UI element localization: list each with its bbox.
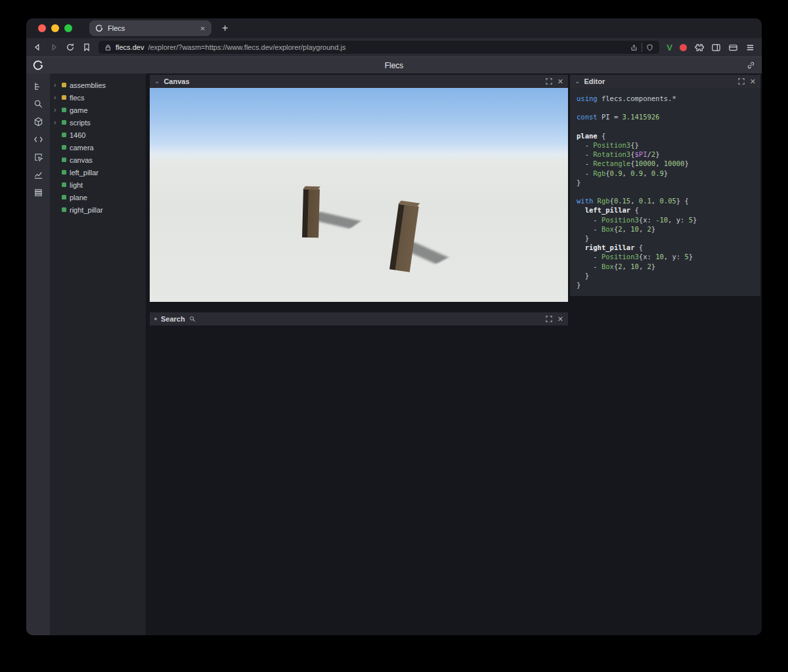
expand-arrow-icon[interactable]: ›	[54, 94, 58, 101]
tree-item-label: camera	[70, 144, 94, 152]
chart-icon[interactable]	[31, 169, 45, 180]
entity-dot-icon	[62, 145, 66, 150]
close-window-button[interactable]	[38, 24, 46, 32]
tree-item-camera[interactable]: camera	[50, 141, 146, 154]
close-panel-icon[interactable]: ✕	[558, 77, 563, 86]
tree-item-label: left_pillar	[70, 169, 98, 177]
tree-item-scripts[interactable]: ›scripts	[50, 116, 146, 129]
code-line: - Rectangle{10000, 10000}	[577, 159, 754, 168]
main-area: ⌄ Canvas ✕	[146, 74, 762, 635]
entity-dot-icon	[62, 95, 66, 100]
url-path: /explorer/?wasm=https://www.flecs.dev/ex…	[148, 43, 345, 51]
code-line: with Rgb{0.15, 0.1, 0.05} {	[577, 196, 754, 205]
app-title: Flecs	[26, 61, 762, 70]
app-body: ›assemblies›flecs›game›scripts1460camera…	[26, 74, 762, 635]
tab-title: Flecs	[108, 24, 196, 32]
entity-dot-icon	[62, 158, 66, 162]
red-extension-icon[interactable]	[680, 44, 687, 51]
canvas-3d-viewport[interactable]	[150, 88, 568, 302]
tree-item-left_pillar[interactable]: left_pillar	[50, 166, 146, 178]
code-line	[577, 103, 754, 112]
minimize-window-button[interactable]	[51, 24, 59, 32]
search-icon[interactable]	[31, 98, 45, 110]
tab-close-icon[interactable]: ✕	[200, 25, 206, 32]
expand-arrow-icon[interactable]: ›	[54, 81, 58, 89]
entity-dot-icon	[62, 83, 66, 87]
brave-shield-icon[interactable]	[646, 44, 653, 51]
rows-icon[interactable]	[31, 186, 45, 198]
collapsed-dot-icon[interactable]	[154, 318, 157, 320]
code-line: left_pillar {	[577, 205, 754, 215]
expand-panel-icon[interactable]	[544, 77, 554, 86]
tree-item-label: 1460	[70, 131, 85, 139]
bookmark-icon[interactable]	[82, 43, 91, 52]
code-line: const PI = 3.1415926	[577, 112, 754, 121]
tree-item-label: right_pillar	[70, 206, 103, 214]
tab-bar: Flecs ✕ +	[26, 18, 762, 38]
code-line: - Position3{x: 10, y: 5}	[577, 252, 754, 261]
cube-icon[interactable]	[31, 116, 45, 127]
sidebar-panel-icon[interactable]	[711, 43, 721, 52]
extensions-puzzle-icon[interactable]	[694, 43, 704, 52]
app-header: Flecs	[26, 56, 762, 74]
chevron-down-icon[interactable]: ⌄	[154, 78, 160, 85]
traffic-lights	[38, 24, 72, 32]
tree-item-label: flecs	[70, 94, 85, 102]
tree-item-plane[interactable]: plane	[50, 191, 146, 203]
editor-panel: ⌄ Editor ✕ using flecs.components.* cons…	[570, 75, 760, 296]
menu-hamburger-icon[interactable]	[745, 43, 755, 52]
expand-arrow-icon[interactable]: ›	[54, 119, 58, 126]
tree-item-assemblies[interactable]: ›assemblies	[50, 79, 146, 91]
tree-item-flecs[interactable]: ›flecs	[50, 91, 146, 104]
forward-button[interactable]	[49, 43, 58, 52]
code-line: - Box{2, 10, 2}	[577, 262, 754, 271]
code-line: using flecs.components.*	[577, 94, 754, 103]
expand-arrow-icon[interactable]: ›	[54, 106, 58, 114]
address-bar: flecs.dev/explorer/?wasm=https://www.fle…	[26, 38, 762, 56]
expand-panel-icon[interactable]	[544, 314, 554, 324]
close-panel-icon[interactable]: ✕	[558, 315, 563, 324]
tree-item-label: canvas	[70, 156, 93, 164]
lock-icon	[104, 44, 112, 51]
entity-dot-icon	[62, 195, 66, 200]
code-icon[interactable]	[31, 133, 45, 145]
reload-button[interactable]	[66, 43, 75, 52]
wallet-icon[interactable]	[728, 43, 738, 52]
expand-panel-icon[interactable]	[737, 77, 746, 86]
code-line: right_pillar {	[577, 243, 754, 252]
tree-item-1460[interactable]: 1460	[50, 129, 146, 141]
url-field[interactable]: flecs.dev/explorer/?wasm=https://www.fle…	[98, 41, 659, 54]
code-line: plane {	[577, 131, 754, 140]
tree-item-light[interactable]: light	[50, 178, 146, 191]
search-panel: Search ✕	[150, 312, 568, 326]
canvas-panel-title: Canvas	[164, 77, 189, 85]
back-button[interactable]	[33, 43, 42, 52]
code-line: - Position3{}	[577, 140, 754, 150]
tree-item-right_pillar[interactable]: right_pillar	[50, 203, 146, 216]
link-icon[interactable]	[747, 61, 755, 70]
share-icon[interactable]	[630, 44, 638, 51]
tree-item-label: plane	[70, 194, 87, 201]
tree-item-game[interactable]: ›game	[50, 104, 146, 116]
entity-dot-icon	[62, 207, 66, 212]
code-line: - Position3{x: -10, y: 5}	[577, 215, 754, 224]
code-line: - Rgb{0.9, 0.9, 0.9}	[577, 169, 754, 178]
browser-tab[interactable]: Flecs ✕	[89, 20, 211, 36]
canvas-panel-header: ⌄ Canvas ✕	[150, 75, 568, 88]
tree-item-label: assemblies	[70, 81, 106, 89]
close-panel-icon[interactable]: ✕	[750, 77, 756, 86]
tree-icon[interactable]	[31, 80, 45, 92]
code-line: }	[577, 280, 754, 289]
chevron-down-icon[interactable]: ⌄	[575, 78, 580, 85]
flecs-logo-icon	[33, 60, 43, 71]
tree-item-canvas[interactable]: canvas	[50, 154, 146, 166]
code-line	[577, 187, 754, 196]
zoom-window-button[interactable]	[64, 24, 72, 32]
vimium-extension-icon[interactable]: V	[667, 43, 672, 52]
new-tab-button[interactable]: +	[222, 23, 228, 33]
editor-panel-header: ⌄ Editor ✕	[570, 75, 760, 88]
inspector-icon[interactable]	[31, 151, 45, 163]
url-host: flecs.dev	[116, 43, 144, 51]
editor-code[interactable]: using flecs.components.* const PI = 3.14…	[570, 88, 760, 296]
entity-tree: ›assemblies›flecs›game›scripts1460camera…	[50, 74, 146, 635]
